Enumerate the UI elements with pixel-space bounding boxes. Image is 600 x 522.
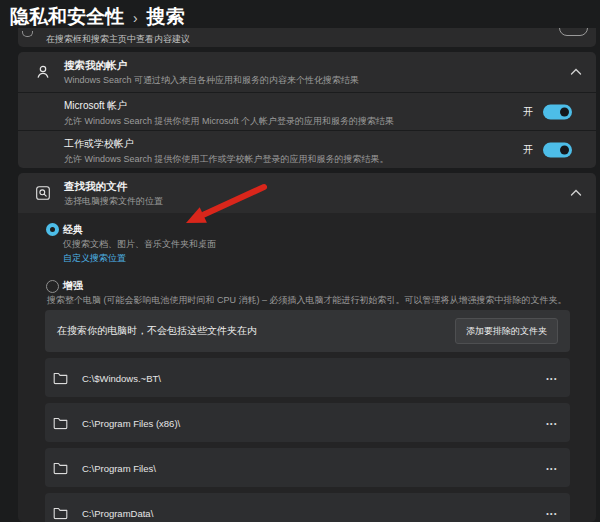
find-my-files-expanded-panel: 经典 仅搜索文档、图片、音乐文件夹和桌面 自定义搜索位置 增强 搜索整个电脑 (… — [18, 213, 596, 522]
search-box-icon — [31, 173, 55, 213]
folder-path: C:\$Windows.~BT\ — [82, 372, 161, 383]
clipped-icon — [22, 31, 33, 37]
row-microsoft-account[interactable]: Microsoft 帐户 允许 Windows Search 提供你使用 Mic… — [18, 93, 596, 130]
more-options-icon[interactable]: ••• — [546, 464, 558, 471]
radio-label: 增强 — [63, 279, 83, 293]
toggle-switch[interactable] — [543, 104, 572, 119]
folder-icon — [53, 506, 68, 519]
radio-classic[interactable] — [46, 223, 59, 236]
toggle-state-label: 开 — [523, 143, 533, 157]
section-find-my-files[interactable]: 查找我的文件 选择电脑搜索文件的位置 — [18, 173, 596, 213]
excluded-folders-header-bar: 在搜索你的电脑时，不会包括这些文件夹在内 添加要排除的文件夹 — [45, 310, 570, 352]
section-title: 查找我的文件 — [64, 180, 486, 193]
toggle-switch[interactable] — [543, 142, 572, 157]
excluded-folder-row[interactable]: C:\ProgramData\ ••• — [45, 493, 570, 522]
person-icon — [31, 52, 55, 92]
excluded-folders-header: 在搜索你的电脑时，不会包括这些文件夹在内 — [57, 324, 257, 338]
section-description: 选择电脑搜索文件的位置 — [64, 196, 486, 207]
folder-path: C:\Program Files (x86)\ — [82, 417, 180, 428]
breadcrumb-separator-icon: › — [133, 8, 138, 26]
folder-icon — [53, 416, 68, 429]
radio-enhanced[interactable] — [46, 280, 59, 293]
content-suggestions-row[interactable]: 在搜索框和搜索主页中查看内容建议 — [18, 28, 596, 47]
excluded-folder-row[interactable]: C:\Program Files\ ••• — [45, 448, 570, 487]
row-description: 在搜索框和搜索主页中查看内容建议 — [46, 34, 190, 45]
radio-description: 搜索整个电脑 (可能会影响电池使用时间和 CPU 消耗) – 必须插入电脑才能进… — [47, 294, 582, 307]
toggle-state-label: 开 — [523, 105, 533, 119]
page-title: 搜索 — [147, 4, 185, 30]
folder-icon — [53, 371, 68, 384]
radio-label: 经典 — [63, 223, 83, 237]
more-options-icon[interactable]: ••• — [546, 374, 558, 381]
folder-path: C:\ProgramData\ — [82, 507, 153, 518]
row-work-school-account[interactable]: 工作或学校帐户 允许 Windows Search 提供你使用工作或学校帐户登录… — [18, 131, 596, 168]
section-description: Windows Search 可通过纳入来自各种应用和服务的内容来个性化搜索结果 — [64, 75, 486, 86]
section-search-my-account[interactable]: 搜索我的帐户 Windows Search 可通过纳入来自各种应用和服务的内容来… — [18, 52, 596, 92]
section-title: 搜索我的帐户 — [64, 59, 486, 72]
row-description: 允许 Windows Search 提供你使用 Microsoft 个人帐户登录… — [64, 116, 486, 127]
add-excluded-folder-button[interactable]: 添加要排除的文件夹 — [455, 318, 558, 344]
settings-page: { "colors": { "accent": "#4dbde8", "link… — [0, 0, 600, 522]
row-title: Microsoft 帐户 — [64, 100, 486, 112]
toggle-switch-clipped[interactable] — [559, 28, 588, 36]
more-options-icon[interactable]: ••• — [546, 509, 558, 516]
breadcrumb: 隐私和安全性 › 搜索 — [10, 4, 185, 30]
folder-icon — [53, 461, 68, 474]
radio-description: 仅搜索文档、图片、音乐文件夹和桌面 — [63, 238, 216, 251]
row-title: 工作或学校帐户 — [64, 138, 486, 150]
chevron-up-icon[interactable] — [569, 188, 583, 198]
more-options-icon[interactable]: ••• — [546, 419, 558, 426]
chevron-up-icon[interactable] — [569, 67, 583, 77]
excluded-folder-row[interactable]: C:\Program Files (x86)\ ••• — [45, 403, 570, 442]
customize-search-locations-link[interactable]: 自定义搜索位置 — [63, 252, 126, 265]
folder-path: C:\Program Files\ — [82, 462, 156, 473]
row-description: 允许 Windows Search 提供你使用工作或学校帐户登录的应用和服务的搜… — [64, 154, 486, 165]
breadcrumb-parent[interactable]: 隐私和安全性 — [10, 4, 124, 30]
excluded-folder-row[interactable]: C:\$Windows.~BT\ ••• — [45, 358, 570, 397]
